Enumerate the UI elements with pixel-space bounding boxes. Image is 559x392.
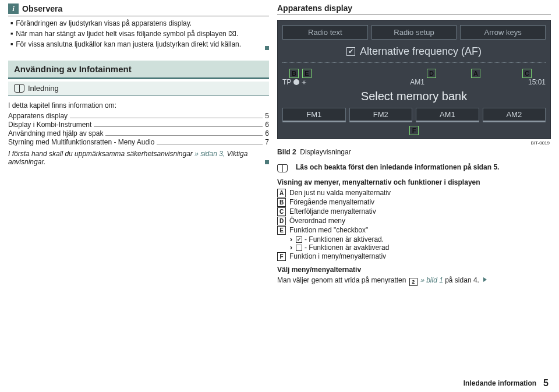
key-badge: A bbox=[277, 189, 286, 197]
legend-row: CEfterföljande menyalternativ bbox=[277, 207, 551, 216]
safety-note: I första hand skall du uppmärksamma säke… bbox=[8, 150, 269, 166]
read-first: Läs och beakta först den inledande infor… bbox=[277, 163, 551, 172]
toc-row: Apparatens display5 bbox=[8, 112, 269, 120]
toc-row: Användning med hjälp av spak6 bbox=[8, 129, 269, 137]
toc-intro: I detta kapitel finns information om: bbox=[8, 101, 269, 110]
clock: 15:01 bbox=[528, 78, 546, 86]
subsection-title: Inledning bbox=[28, 84, 59, 93]
bluetooth-icon: ⚹ bbox=[302, 79, 306, 86]
page-number: 5 bbox=[543, 378, 549, 389]
select-paragraph: Man väljer genom att vrida på menyratten… bbox=[277, 276, 551, 286]
fig-link[interactable]: » bild 1 bbox=[420, 276, 443, 284]
key-badge: D bbox=[277, 217, 286, 225]
legend-row: FFunktion i meny/menyalternativ bbox=[277, 252, 551, 261]
legend-row: BFöregående menyalternativ bbox=[277, 198, 551, 207]
band-button[interactable]: FM2 bbox=[349, 108, 413, 122]
device-tabs: Radio text Radio setup Arrow keys bbox=[282, 25, 546, 40]
band-buttons: FM1 FM2 AM1 AM2 F bbox=[282, 108, 546, 134]
figure-caption: Bild 2 Displayvisningar bbox=[277, 148, 551, 156]
toc-row: Styrning med Multifunktionsratten - Meny… bbox=[8, 138, 269, 146]
disc-icon bbox=[293, 79, 299, 85]
footer-text: Inledande information bbox=[464, 379, 536, 387]
page-footer: Inledande information 5 bbox=[464, 378, 549, 389]
select-heading: Välj meny/menyalternativ bbox=[277, 266, 551, 274]
checkbox-checked-icon: ✔ bbox=[296, 236, 302, 243]
callout-b: B bbox=[289, 69, 299, 78]
select-memory-label: Select memory bank bbox=[282, 86, 546, 108]
checkbox-checked-icon: ✔ bbox=[346, 47, 355, 56]
legend-row: EFunktion med "checkbox" bbox=[277, 226, 551, 235]
callout-e: E bbox=[302, 69, 312, 78]
key-badge: E bbox=[277, 226, 286, 235]
book-icon bbox=[14, 84, 24, 93]
af-label: Alternative frequency (AF) bbox=[360, 45, 482, 58]
display-heading: Apparatens display bbox=[277, 3, 551, 15]
band-button[interactable]: AM1 bbox=[416, 108, 479, 122]
legend-subrow: ✔- Funktionen är aktiverad. bbox=[277, 235, 551, 243]
subsection-banner: Inledning bbox=[8, 82, 269, 96]
callout-d: D bbox=[427, 69, 436, 78]
checkbox-empty-icon bbox=[296, 245, 302, 251]
current-band: AM1 bbox=[410, 78, 424, 86]
device-display: Radio text Radio setup Arrow keys ✔ Alte… bbox=[277, 20, 551, 139]
legend-row: ADen just nu valda menyalternativ bbox=[277, 189, 551, 197]
section-banner: Användning av Infotainment bbox=[8, 61, 269, 79]
continued-icon bbox=[483, 277, 487, 282]
device-tab[interactable]: Radio setup bbox=[372, 25, 457, 40]
key-badge: C bbox=[277, 207, 286, 216]
key-badge: B bbox=[277, 198, 286, 207]
legend-subrow: - Funktionen är avaktiverad bbox=[277, 243, 551, 252]
af-row: ✔ Alternative frequency (AF) bbox=[282, 43, 546, 63]
info-icon: i bbox=[8, 3, 19, 14]
band-button[interactable]: FM1 bbox=[282, 108, 346, 122]
callout-a: A bbox=[471, 69, 480, 78]
toc-row: Display i Kombi-Instrument6 bbox=[8, 121, 269, 129]
status-row: TP ⚹ AM1 15:01 bbox=[282, 78, 546, 86]
device-tab[interactable]: Radio text bbox=[282, 25, 368, 40]
band-button[interactable]: AM2 bbox=[483, 108, 546, 122]
observera-item: Förändringen av ljudstyrkan visas på app… bbox=[10, 19, 269, 29]
key-badge: F bbox=[277, 252, 286, 261]
section-end-icon bbox=[265, 160, 269, 164]
left-column: i Observera Förändringen av ljudstyrkan … bbox=[8, 3, 269, 286]
observera-item: För vissa anslutna ljudkällor kan man ju… bbox=[10, 40, 269, 50]
right-column: Apparatens display Radio text Radio setu… bbox=[277, 3, 551, 286]
knob-ref-badge: 2 bbox=[409, 278, 418, 286]
safety-link[interactable]: » sidan 3, bbox=[194, 150, 225, 158]
observera-item: När man har stängt av ljudet helt visas … bbox=[10, 29, 269, 40]
legend-row: DÖverordnad meny bbox=[277, 217, 551, 225]
callout-f: F bbox=[409, 126, 419, 135]
observera-title: Observera bbox=[22, 4, 62, 13]
tp-indicator: TP bbox=[282, 78, 291, 86]
callout-c: C bbox=[522, 69, 532, 78]
menu-desc-heading: Visning av menyer, menyalternativ och fu… bbox=[277, 178, 551, 186]
observera-header: i Observera bbox=[8, 3, 269, 16]
image-code: BIT-0019 bbox=[277, 140, 550, 146]
device-tab[interactable]: Arrow keys bbox=[460, 25, 546, 40]
book-icon bbox=[277, 164, 288, 172]
observera-list: Förändringen av ljudstyrkan visas på app… bbox=[8, 19, 269, 50]
read-first-text: Läs och beakta först den inledande infor… bbox=[296, 163, 499, 171]
